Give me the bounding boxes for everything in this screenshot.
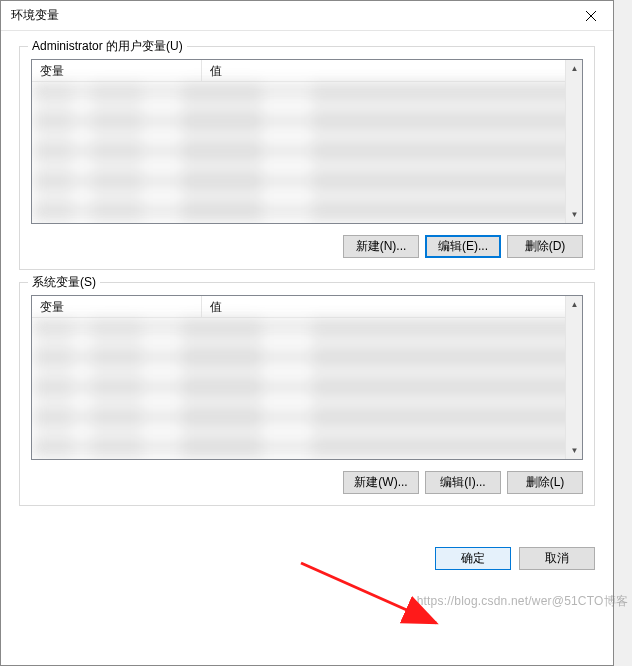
column-variable[interactable]: 变量: [32, 296, 202, 317]
system-delete-button[interactable]: 删除(L): [507, 471, 583, 494]
env-vars-dialog: 环境变量 Administrator 的用户变量(U) 变量 值 ▲ ▼ 新建(…: [0, 0, 614, 666]
user-edit-button[interactable]: 编辑(E)...: [425, 235, 501, 258]
user-vars-scrollbar[interactable]: ▲ ▼: [565, 60, 582, 223]
column-variable[interactable]: 变量: [32, 60, 202, 81]
system-vars-group: 系统变量(S) 变量 值 ▲ ▼ 新建(W)... 编辑(I)... 删除(L): [19, 282, 595, 506]
system-vars-buttons: 新建(W)... 编辑(I)... 删除(L): [31, 471, 583, 494]
system-vars-scrollbar[interactable]: ▲ ▼: [565, 296, 582, 459]
scroll-up-icon[interactable]: ▲: [566, 60, 583, 77]
scroll-down-icon[interactable]: ▼: [566, 442, 583, 459]
user-vars-list[interactable]: 变量 值 ▲ ▼: [31, 59, 583, 224]
close-button[interactable]: [569, 1, 613, 31]
system-vars-header[interactable]: 变量 值: [32, 296, 582, 318]
dialog-content: Administrator 的用户变量(U) 变量 值 ▲ ▼ 新建(N)...…: [1, 31, 613, 536]
user-vars-rows[interactable]: [32, 82, 582, 224]
system-vars-legend: 系统变量(S): [28, 274, 100, 291]
column-value[interactable]: 值: [202, 60, 582, 81]
user-vars-legend: Administrator 的用户变量(U): [28, 38, 187, 55]
user-delete-button[interactable]: 删除(D): [507, 235, 583, 258]
system-vars-rows[interactable]: [32, 318, 582, 460]
user-vars-header[interactable]: 变量 值: [32, 60, 582, 82]
dialog-action-buttons: 确定 取消: [1, 547, 613, 570]
ok-button[interactable]: 确定: [435, 547, 511, 570]
user-vars-buttons: 新建(N)... 编辑(E)... 删除(D): [31, 235, 583, 258]
titlebar[interactable]: 环境变量: [1, 1, 613, 31]
system-vars-list[interactable]: 变量 值 ▲ ▼: [31, 295, 583, 460]
user-new-button[interactable]: 新建(N)...: [343, 235, 419, 258]
user-vars-group: Administrator 的用户变量(U) 变量 值 ▲ ▼ 新建(N)...…: [19, 46, 595, 270]
cancel-button[interactable]: 取消: [519, 547, 595, 570]
system-edit-button[interactable]: 编辑(I)...: [425, 471, 501, 494]
scroll-down-icon[interactable]: ▼: [566, 206, 583, 223]
scroll-up-icon[interactable]: ▲: [566, 296, 583, 313]
close-icon: [586, 11, 596, 21]
dialog-title: 环境变量: [11, 7, 59, 24]
column-value[interactable]: 值: [202, 296, 582, 317]
system-new-button[interactable]: 新建(W)...: [343, 471, 419, 494]
svg-line-0: [301, 563, 436, 623]
